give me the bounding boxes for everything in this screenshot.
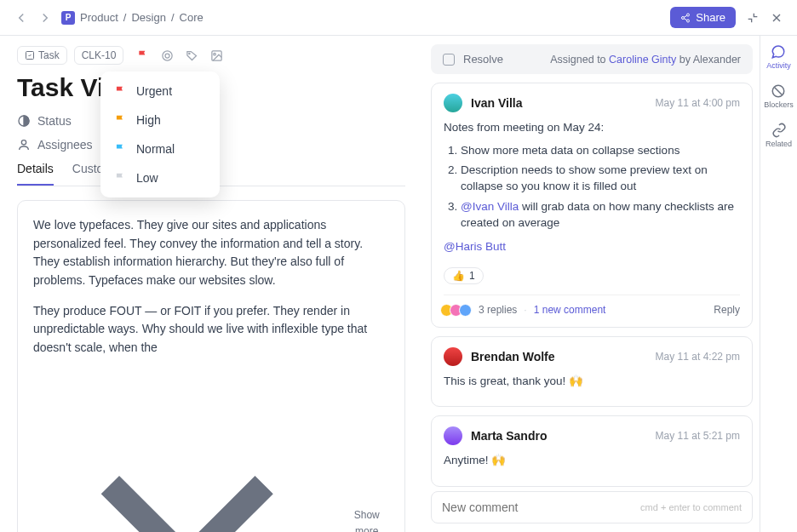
svg-line-4 bbox=[685, 15, 687, 17]
task-id-pill[interactable]: CLK-10 bbox=[74, 46, 124, 65]
priority-high-label: High bbox=[136, 113, 161, 127]
comment-list: Show more meta data on collapse sections… bbox=[444, 143, 740, 232]
rail-label: Related bbox=[765, 140, 792, 148]
timestamp: May 11 at 4:00 pm bbox=[656, 97, 740, 109]
svg-point-8 bbox=[163, 50, 172, 60]
comment-input[interactable]: cmd + enter to comment bbox=[431, 491, 753, 523]
comments-pane: Resolve Assigned to Caroline Ginty by Al… bbox=[422, 36, 760, 532]
assignees-label: Assignees bbox=[37, 138, 93, 152]
svg-line-20 bbox=[775, 88, 783, 95]
rail-related[interactable]: Related bbox=[765, 123, 792, 148]
left-pane: Task CLK-10 Task Vie Status Assignees De… bbox=[0, 36, 422, 532]
comment-body: Anytime! 🙌 bbox=[444, 452, 740, 469]
rail-activity[interactable]: Activity bbox=[766, 44, 791, 70]
status-label: Status bbox=[37, 114, 72, 128]
status-icon bbox=[17, 114, 31, 128]
close-icon[interactable] bbox=[770, 11, 783, 25]
assignee-link[interactable]: Caroline Ginty bbox=[609, 54, 676, 66]
nav-forward[interactable] bbox=[37, 10, 53, 26]
target-icon[interactable] bbox=[161, 49, 174, 62]
reply-button[interactable]: Reply bbox=[714, 304, 740, 316]
comment-3: Marta Sandro May 11 at 5:21 pm Anytime! … bbox=[431, 415, 753, 487]
comment-text: This is great, thank you! 🙌 bbox=[444, 373, 740, 390]
svg-point-10 bbox=[189, 53, 190, 54]
flag-icon bbox=[114, 85, 126, 97]
priority-low[interactable]: Low bbox=[100, 163, 220, 192]
description-card: We love typefaces. They give our sites a… bbox=[17, 200, 405, 532]
resolve-checkbox[interactable] bbox=[443, 54, 455, 66]
breadcrumb-project-chip[interactable]: P bbox=[61, 11, 75, 25]
rail-blockers[interactable]: Blockers bbox=[764, 83, 794, 109]
resolve-bar: Resolve Assigned to Caroline Ginty by Al… bbox=[431, 44, 753, 74]
tab-details[interactable]: Details bbox=[17, 162, 54, 186]
comment-2: Brendan Wolfe May 11 at 4:22 pm This is … bbox=[431, 336, 753, 408]
priority-dropdown: Urgent High Normal Low bbox=[100, 72, 220, 197]
author-name: Marta Sandro bbox=[471, 429, 547, 443]
comment-body: This is great, thank you! 🙌 bbox=[444, 373, 740, 390]
link-icon bbox=[771, 123, 787, 138]
flag-icon bbox=[114, 143, 126, 155]
mention-link[interactable]: @Ivan Villa bbox=[461, 200, 519, 213]
svg-point-9 bbox=[165, 54, 169, 58]
svg-point-0 bbox=[687, 14, 690, 16]
breadcrumb: P Product / Design / Core bbox=[61, 11, 204, 25]
avatar bbox=[444, 426, 462, 445]
thread-left: 3 replies · 1 new comment bbox=[444, 304, 605, 317]
breadcrumb-core[interactable]: Core bbox=[180, 11, 204, 24]
flag-icon bbox=[114, 172, 126, 184]
author-name: Ivan Villa bbox=[471, 96, 522, 110]
timestamp: May 11 at 4:22 pm bbox=[656, 351, 740, 363]
person-icon bbox=[17, 138, 31, 152]
svg-point-1 bbox=[682, 16, 685, 19]
task-pill-label: Task bbox=[38, 49, 60, 61]
reaction[interactable]: 👍 1 bbox=[444, 267, 484, 284]
svg-point-12 bbox=[214, 53, 216, 55]
svg-point-2 bbox=[687, 20, 690, 22]
show-more-label: Show more bbox=[345, 507, 390, 532]
list-item: Show more meta data on collapse sections bbox=[461, 143, 740, 159]
topbar: P Product / Design / Core Share bbox=[0, 0, 797, 36]
author: Brendan Wolfe bbox=[444, 347, 555, 366]
task-pill[interactable]: Task bbox=[17, 46, 67, 65]
comment-1: Ivan Villa May 11 at 4:00 pm Notes from … bbox=[431, 83, 753, 328]
assigned-text: Assigned to Caroline Ginty by Alexander bbox=[550, 54, 741, 66]
avatar bbox=[444, 347, 462, 366]
rail-label: Blockers bbox=[764, 100, 794, 109]
priority-low-label: Low bbox=[136, 171, 158, 185]
reaction-count: 1 bbox=[469, 270, 475, 282]
comment-head: Ivan Villa May 11 at 4:00 pm bbox=[444, 94, 740, 112]
description-p1: We love typefaces. They give our sites a… bbox=[33, 216, 389, 290]
replies-count[interactable]: 3 replies bbox=[479, 304, 517, 316]
svg-point-14 bbox=[21, 140, 26, 145]
priority-urgent-label: Urgent bbox=[136, 84, 172, 98]
author: Marta Sandro bbox=[444, 426, 547, 445]
priority-high[interactable]: High bbox=[100, 106, 220, 134]
timestamp: May 11 at 5:21 pm bbox=[656, 430, 740, 442]
nav-back[interactable] bbox=[14, 10, 29, 26]
breadcrumb-design[interactable]: Design bbox=[131, 11, 165, 24]
priority-urgent[interactable]: Urgent bbox=[100, 77, 220, 106]
breadcrumb-product[interactable]: Product bbox=[80, 11, 118, 24]
svg-line-3 bbox=[685, 18, 687, 20]
toolbar-icons bbox=[137, 49, 223, 62]
new-comment-field[interactable] bbox=[442, 501, 640, 514]
image-icon[interactable] bbox=[210, 49, 223, 62]
mention-link[interactable]: @Haris Butt bbox=[444, 240, 506, 253]
avatar bbox=[444, 94, 462, 112]
input-hint: cmd + enter to comment bbox=[640, 502, 742, 512]
author-name: Brendan Wolfe bbox=[471, 350, 555, 363]
priority-normal[interactable]: Normal bbox=[100, 134, 220, 163]
task-id-label: CLK-10 bbox=[82, 49, 117, 61]
collapse-icon[interactable] bbox=[746, 11, 760, 25]
block-icon bbox=[771, 83, 786, 99]
tag-icon[interactable] bbox=[186, 49, 198, 62]
flag-icon[interactable] bbox=[137, 49, 149, 61]
comment-icon bbox=[771, 44, 786, 60]
description-p2: They produce FOUT — or FOIT if you prefe… bbox=[33, 302, 389, 358]
tab-custom[interactable]: Custo bbox=[72, 162, 104, 186]
new-comment-link[interactable]: 1 new comment bbox=[534, 304, 606, 316]
author: Ivan Villa bbox=[444, 94, 522, 112]
share-button[interactable]: Share bbox=[670, 7, 736, 28]
show-more-button[interactable]: Show more bbox=[33, 369, 389, 532]
topbar-right: Share bbox=[670, 7, 783, 28]
